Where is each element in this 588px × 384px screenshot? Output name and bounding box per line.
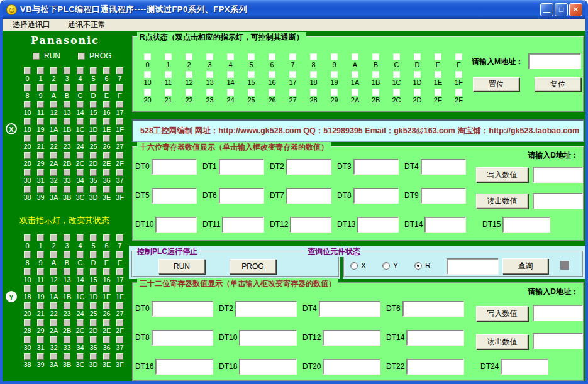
menu-comm-status[interactable]: 通讯不正常 [63,19,111,31]
d-address-read-input-32[interactable] [533,333,583,349]
x-indicator-led[interactable] [116,135,123,142]
r-indicator-led[interactable] [455,71,462,78]
y-indicator-led[interactable] [90,285,97,292]
register-input[interactable] [357,217,399,233]
x-indicator-led[interactable] [24,186,31,193]
set-button[interactable]: 置位 [473,77,519,91]
register-input[interactable] [421,159,466,175]
register-input[interactable] [421,188,466,204]
radio-option-y[interactable]: Y [382,261,398,270]
y-indicator-led[interactable] [64,285,70,292]
register-input[interactable] [402,301,464,317]
y-indicator-led[interactable] [37,268,44,275]
register-input[interactable] [323,330,380,346]
r-indicator-led[interactable] [414,89,421,96]
x-indicator-led[interactable] [37,135,44,142]
y-indicator-led[interactable] [24,234,31,241]
x-indicator-led[interactable] [37,67,44,74]
y-indicator-led[interactable] [90,251,97,258]
r-indicator-led[interactable] [435,71,441,78]
y-indicator-led[interactable] [90,336,97,343]
y-indicator-led[interactable] [50,319,57,326]
r-indicator-led[interactable] [310,71,317,78]
x-indicator-led[interactable] [24,101,31,108]
prog-indicator-led[interactable] [78,53,85,60]
y-indicator-led[interactable] [50,268,57,275]
r-indicator-led[interactable] [372,71,379,78]
y-indicator-led[interactable] [77,234,84,241]
y-indicator-led[interactable] [116,302,123,309]
register-input[interactable] [424,217,466,233]
x-indicator-led[interactable] [24,152,31,159]
x-indicator-led[interactable] [103,84,110,91]
x-indicator-led[interactable] [103,186,110,193]
x-indicator-led[interactable] [103,152,110,159]
y-indicator-led[interactable] [50,336,57,343]
x-indicator-led[interactable] [90,186,97,193]
y-indicator-led[interactable] [37,251,44,258]
read-value-button-16[interactable]: 读出数值 [476,194,528,209]
r-indicator-led[interactable] [186,53,192,60]
y-indicator-led[interactable] [103,285,110,292]
y-indicator-led[interactable] [116,268,123,275]
radio-option-x[interactable]: X [350,261,366,270]
r-indicator-led[interactable] [206,53,213,60]
r-indicator-led[interactable] [393,53,400,60]
y-indicator-led[interactable] [116,251,123,258]
register-input[interactable] [235,301,297,317]
register-input[interactable] [290,217,331,233]
r-indicator-led[interactable] [331,53,338,60]
x-indicator-led[interactable] [64,101,70,108]
x-indicator-led[interactable] [64,152,70,159]
r-indicator-led[interactable] [269,53,275,60]
y-indicator-led[interactable] [37,234,44,241]
x-indicator-led[interactable] [103,67,110,74]
y-indicator-led[interactable] [64,336,70,343]
query-button[interactable]: 查询 [502,258,548,274]
x-indicator-led[interactable] [64,84,70,91]
y-indicator-led[interactable] [37,353,44,360]
r-indicator-led[interactable] [289,89,296,96]
y-indicator-led[interactable] [103,234,110,241]
x-indicator-led[interactable] [37,118,44,125]
d-address-read-input-16[interactable] [533,193,583,209]
r-indicator-led[interactable] [165,53,172,60]
register-input[interactable] [353,188,399,204]
register-input[interactable] [152,188,197,204]
r-indicator-led[interactable] [372,89,379,96]
x-indicator-led[interactable] [64,118,70,125]
r-indicator-led[interactable] [352,71,358,78]
y-indicator-led[interactable] [116,285,123,292]
x-indicator-led[interactable] [64,67,70,74]
r-indicator-led[interactable] [227,89,234,96]
register-input[interactable] [219,188,264,204]
register-input[interactable] [501,359,548,375]
register-input[interactable] [286,159,331,175]
x-indicator-led[interactable] [77,67,84,74]
y-indicator-led[interactable] [90,302,97,309]
x-indicator-led[interactable] [24,67,31,74]
reset-button[interactable]: 复位 [535,77,581,91]
y-indicator-led[interactable] [77,268,84,275]
y-indicator-led[interactable] [37,302,44,309]
register-input[interactable] [222,217,264,233]
x-indicator-led[interactable] [64,135,70,142]
y-indicator-led[interactable] [64,234,70,241]
y-indicator-led[interactable] [90,353,97,360]
r-indicator-led[interactable] [227,71,234,78]
x-indicator-led[interactable] [90,84,97,91]
x-indicator-led[interactable] [50,101,57,108]
x-indicator-led[interactable] [90,135,97,142]
x-indicator-led[interactable] [50,152,57,159]
y-indicator-led[interactable] [116,234,123,241]
x-indicator-led[interactable] [50,84,57,91]
r-indicator-led[interactable] [414,53,421,60]
run-indicator-led[interactable] [33,53,40,60]
y-indicator-led[interactable] [103,353,110,360]
radio-option-r[interactable]: R [414,261,431,270]
register-input[interactable] [406,359,464,375]
y-indicator-led[interactable] [90,319,97,326]
y-indicator-led[interactable] [50,251,57,258]
y-indicator-led[interactable] [77,251,84,258]
r-indicator-led[interactable] [165,71,172,78]
